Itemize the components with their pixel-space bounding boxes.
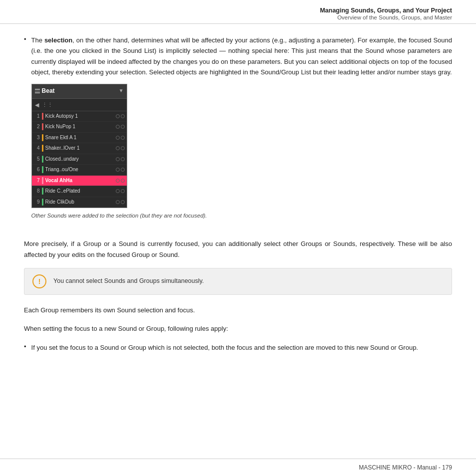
sw-sound-action-icon[interactable]	[121, 114, 125, 118]
sw-sound-list: 1Kick Autopsy 12Kick NuPop 13Snare Ektl …	[32, 111, 127, 208]
sw-sound-number: 4	[34, 144, 40, 153]
paragraph-3: When setting the focus to a new Sound or…	[24, 323, 452, 334]
footer-text: MASCHINE MIKRO - Manual - 179	[359, 464, 452, 471]
sw-menu-icon[interactable]	[35, 89, 40, 93]
sw-sound-action-icon[interactable]	[116, 200, 120, 204]
sw-toolbar: ◀ ⋮⋮	[32, 99, 127, 111]
sw-sound-row[interactable]: 4Shaker..lOver 1	[32, 143, 127, 154]
sw-sound-row[interactable]: 3Snare Ektl A 1	[32, 133, 127, 144]
bullet-dot-2: •	[24, 343, 26, 353]
sw-sound-action-icon[interactable]	[116, 157, 120, 161]
sw-sound-name: Vocal AhHa	[45, 177, 114, 185]
page-footer: MASCHINE MIKRO - Manual - 179	[0, 459, 476, 476]
selection-bold: selection	[44, 36, 72, 44]
notice-box: ! You cannot select Sounds and Groups si…	[24, 268, 452, 295]
sw-group-title: Beat	[42, 86, 55, 96]
warning-icon: !	[32, 274, 46, 288]
sw-sound-action-icon[interactable]	[121, 200, 125, 204]
sw-speaker-icon: ◀	[35, 100, 39, 109]
notice-text: You cannot select Sounds and Groups simu…	[53, 274, 204, 286]
sw-sound-row[interactable]: 1Kick Autopsy 1	[32, 111, 127, 122]
sw-color-bar	[42, 145, 43, 152]
sw-sound-number: 2	[34, 123, 40, 131]
sw-sound-action-icon[interactable]	[116, 114, 120, 118]
sw-dropdown-arrow-icon[interactable]: ▼	[119, 87, 124, 95]
page-header: Managing Sounds, Groups, and Your Projec…	[0, 0, 476, 24]
bullet-dot-1: •	[24, 35, 26, 230]
paragraph-1: More precisely, if a Group or a Sound is…	[24, 238, 452, 260]
sw-sound-number: 1	[34, 112, 40, 121]
sw-sound-action-icon[interactable]	[121, 136, 125, 140]
software-screenshot: Beat ▼ ◀ ⋮⋮ 1Kick Autopsy 12Kick NuPop 1…	[31, 84, 127, 208]
sw-sound-action-icon[interactable]	[121, 189, 125, 193]
sw-header-left: Beat	[35, 86, 55, 96]
sw-sound-action-icon[interactable]	[116, 136, 120, 140]
sw-sound-icons	[116, 179, 125, 183]
sw-color-bar	[42, 113, 43, 120]
sw-grid-icon: ⋮⋮	[42, 100, 53, 109]
sw-color-bar	[42, 123, 43, 130]
header-subtitle: Overview of the Sounds, Groups, and Mast…	[24, 14, 452, 20]
page-container: Managing Sounds, Groups, and Your Projec…	[0, 0, 476, 476]
sw-sound-number: 3	[34, 134, 40, 142]
sw-sound-action-icon[interactable]	[116, 125, 120, 129]
bullet-section-2: • If you set the focus to a Sound or Gro…	[24, 342, 452, 353]
sw-sound-number: 9	[34, 198, 40, 207]
screenshot-caption: Other Sounds were added to the selection…	[31, 211, 452, 221]
sw-sound-action-icon[interactable]	[116, 168, 120, 172]
sw-sound-number: 7	[34, 177, 40, 185]
sw-sound-row[interactable]: 7Vocal AhHa	[32, 176, 127, 187]
sw-color-bar	[42, 177, 43, 184]
sw-sound-number: 5	[34, 155, 40, 164]
sw-sound-action-icon[interactable]	[121, 125, 125, 129]
sw-sound-row[interactable]: 9Ride ClikDub	[32, 197, 127, 208]
sw-sound-action-icon[interactable]	[121, 168, 125, 172]
main-content: • The selection, on the other hand, dete…	[0, 24, 476, 459]
screenshot-container: Beat ▼ ◀ ⋮⋮ 1Kick Autopsy 12Kick NuPop 1…	[31, 84, 452, 208]
sw-sound-icons	[116, 146, 125, 150]
sw-sound-icons	[116, 157, 125, 161]
sw-sound-action-icon[interactable]	[121, 146, 125, 150]
sw-sound-row[interactable]: 8Ride C..ePlated	[32, 186, 127, 197]
sw-sound-icons	[116, 189, 125, 193]
bullet-text-1: The selection, on the other hand, determ…	[31, 35, 452, 230]
sw-sound-action-icon[interactable]	[121, 179, 125, 183]
sw-color-bar	[42, 188, 43, 195]
sw-header: Beat ▼	[32, 84, 127, 99]
bullet-text-2: If you set the focus to a Sound or Group…	[31, 342, 418, 353]
sw-color-bar	[42, 156, 43, 163]
sw-sound-action-icon[interactable]	[116, 146, 120, 150]
sw-sound-name: Ride ClikDub	[45, 198, 114, 207]
sw-sound-action-icon[interactable]	[116, 179, 120, 183]
sw-color-bar	[42, 199, 43, 206]
sw-sound-icons	[116, 200, 125, 204]
sw-sound-name: Ride C..ePlated	[45, 187, 114, 196]
paragraph-2: Each Group remembers its own Sound selec…	[24, 305, 452, 315]
sw-sound-icons	[116, 168, 125, 172]
sw-sound-number: 8	[34, 187, 40, 196]
sw-sound-row[interactable]: 5Closed..undary	[32, 154, 127, 165]
sw-sound-icons	[116, 125, 125, 129]
sw-sound-name: Triang..ou/One	[45, 166, 114, 174]
sw-sound-number: 6	[34, 166, 40, 174]
header-title: Managing Sounds, Groups, and Your Projec…	[24, 7, 452, 14]
sw-color-bar	[42, 166, 43, 173]
sw-sound-row[interactable]: 2Kick NuPop 1	[32, 122, 127, 133]
sw-sound-name: Kick Autopsy 1	[45, 112, 114, 121]
sw-sound-name: Kick NuPop 1	[45, 123, 114, 131]
sw-sound-action-icon[interactable]	[121, 157, 125, 161]
bullet-section-1: • The selection, on the other hand, dete…	[24, 35, 452, 230]
sw-sound-icons	[116, 136, 125, 140]
sw-color-bar	[42, 134, 43, 141]
sw-sound-row[interactable]: 6Triang..ou/One	[32, 165, 127, 176]
sw-sound-action-icon[interactable]	[116, 189, 120, 193]
sw-sound-name: Shaker..lOver 1	[45, 144, 114, 153]
sw-sound-name: Closed..undary	[45, 155, 114, 164]
sw-sound-name: Snare Ektl A 1	[45, 134, 114, 142]
sw-sound-icons	[116, 114, 125, 118]
